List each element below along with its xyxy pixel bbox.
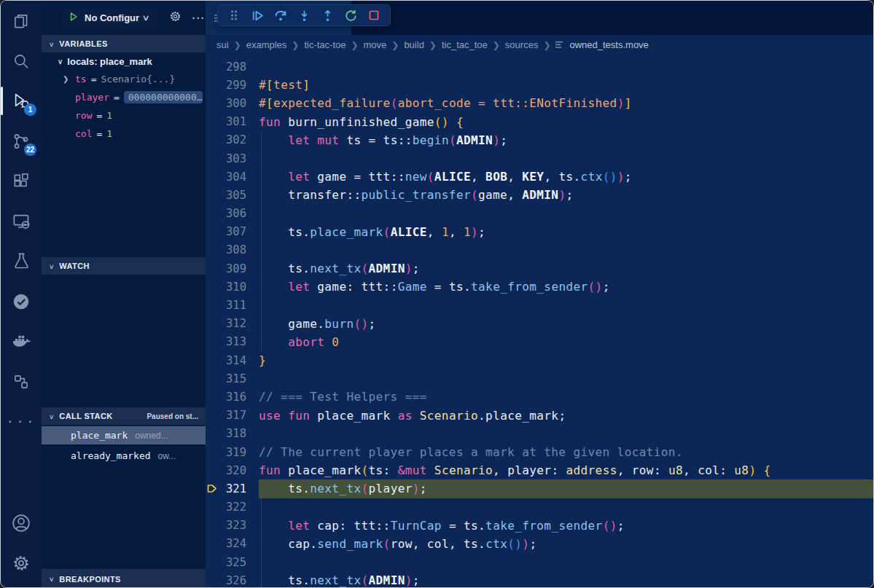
step-into-icon[interactable] xyxy=(294,6,314,25)
line-number[interactable]: 303 xyxy=(206,152,246,165)
code-line-302[interactable]: 302 let mut ts = ts::begin(ADMIN); xyxy=(206,131,873,149)
line-number[interactable]: 304 xyxy=(206,170,246,184)
code-line-313[interactable]: 313 abort 0 xyxy=(206,333,873,351)
chevron-right-icon[interactable]: ❯ xyxy=(63,75,75,83)
code-line-317[interactable]: 317use fun place_mark as Scenario.place_… xyxy=(206,407,873,425)
variables-scope[interactable]: ∨ locals: place_mark xyxy=(42,52,206,70)
code-line-298[interactable]: 298 xyxy=(206,58,873,76)
line-number[interactable]: 306 xyxy=(206,207,246,220)
code-line-305[interactable]: 305 transfer::public_transfer(game, ADMI… xyxy=(206,186,873,204)
start-debug-icon[interactable] xyxy=(69,12,79,25)
line-number[interactable]: 308 xyxy=(206,243,246,256)
views-more-icon[interactable]: ··· xyxy=(192,12,206,24)
variable-row-player[interactable]: player=000000000000… xyxy=(42,88,206,106)
code-line-320[interactable]: 320fun place_mark(ts: &mut Scenario, pla… xyxy=(206,461,873,479)
account-icon[interactable] xyxy=(1,503,42,543)
explorer-icon[interactable] xyxy=(1,1,42,41)
hierarchy-icon[interactable] xyxy=(1,361,42,401)
configure-gear-icon[interactable] xyxy=(168,9,182,26)
code-line-304[interactable]: 304 let game = ttt::new(ALICE, BOB, KEY,… xyxy=(206,168,873,186)
code-line-325[interactable]: 325 xyxy=(206,553,873,571)
line-number[interactable]: 318 xyxy=(206,427,246,440)
variable-row-col[interactable]: col=1 xyxy=(42,125,206,143)
line-number[interactable]: 319 xyxy=(206,446,246,459)
line-number[interactable]: 313 xyxy=(206,335,246,348)
code-line-323[interactable]: 323 let cap: ttt::TurnCap = ts.take_from… xyxy=(206,517,873,535)
code-line-314[interactable]: 314} xyxy=(206,351,873,369)
code-line-308[interactable]: 308 xyxy=(206,241,873,259)
code-line-316[interactable]: 316// === Test Helpers === xyxy=(206,388,873,406)
code-line-301[interactable]: 301fun burn_unfinished_game() { xyxy=(206,113,873,131)
code-line-324[interactable]: 324 cap.send_mark(row, col, ts.ctx()); xyxy=(206,535,873,553)
line-number[interactable]: 326 xyxy=(206,574,246,587)
more-icon[interactable]: · · · xyxy=(1,401,42,442)
line-number[interactable]: 320 xyxy=(206,464,246,477)
code-line-326[interactable]: 326 ts.next_tx(ADMIN); xyxy=(206,571,873,587)
line-number[interactable]: 310 xyxy=(206,281,246,294)
breadcrumb-item-examples[interactable]: examples xyxy=(246,39,287,50)
line-number[interactable]: 309 xyxy=(206,262,246,275)
line-number[interactable]: 315 xyxy=(206,372,246,385)
code-editor[interactable]: 298299#[test]300#[expected_failure(abort… xyxy=(206,55,873,587)
code-line-319[interactable]: 319// The current player places a mark a… xyxy=(206,443,873,461)
line-number[interactable]: 299 xyxy=(206,79,246,92)
code-line-318[interactable]: 318 xyxy=(206,425,873,443)
code-line-309[interactable]: 309 ts.next_tx(ADMIN); xyxy=(206,259,873,278)
step-over-icon[interactable] xyxy=(270,6,291,25)
code-line-322[interactable]: 322 xyxy=(206,498,873,517)
code-line-321[interactable]: 321 ts.next_tx(player); xyxy=(206,479,873,498)
line-number[interactable]: 324 xyxy=(206,537,246,550)
checkmark-icon[interactable] xyxy=(1,281,42,321)
extensions-icon[interactable] xyxy=(1,161,42,201)
stack-frame-already_marked[interactable]: already_markedow... xyxy=(42,447,206,465)
stop-icon[interactable] xyxy=(364,6,384,25)
code-line-306[interactable]: 306 xyxy=(206,205,873,223)
drag-grip-icon[interactable] xyxy=(224,6,244,25)
search-icon[interactable] xyxy=(1,41,42,81)
breadcrumb-item-tic_tac_toe[interactable]: tic_tac_toe xyxy=(442,39,488,50)
restart-icon[interactable] xyxy=(340,6,361,25)
line-number[interactable]: 298 xyxy=(206,60,246,74)
breadcrumb-item-sources[interactable]: sources xyxy=(505,39,539,50)
docker-icon[interactable] xyxy=(1,321,42,361)
variables-section-header[interactable]: ∨ VARIABLES xyxy=(42,35,206,52)
line-number[interactable]: 312 xyxy=(206,317,246,330)
variable-row-ts[interactable]: ❯ts=Scenario{...} xyxy=(42,70,206,88)
watch-section-header[interactable]: ∨ WATCH xyxy=(42,257,206,275)
line-number[interactable]: 317 xyxy=(206,409,246,422)
breakpoints-section-header[interactable]: ∨ BREAKPOINTS xyxy=(42,569,206,587)
line-number[interactable]: 323 xyxy=(206,519,246,532)
call-stack-section-header[interactable]: ∨ CALL STACK Paused on st... xyxy=(42,407,206,425)
step-out-icon[interactable] xyxy=(317,6,337,25)
stack-frame-place_mark[interactable]: place_markowned... xyxy=(42,426,206,444)
breadcrumb-item-owned_tests.move[interactable]: owned_tests.move xyxy=(555,39,648,50)
code-line-299[interactable]: 299#[test] xyxy=(206,76,873,94)
breadcrumb-item-tic-tac-toe[interactable]: tic-tac-toe xyxy=(304,39,346,50)
line-number[interactable]: 325 xyxy=(206,556,246,569)
continue-icon[interactable] xyxy=(247,6,268,25)
settings-gear-icon[interactable] xyxy=(1,543,42,583)
line-number[interactable]: 302 xyxy=(206,133,246,146)
testing-icon[interactable] xyxy=(1,241,42,281)
line-number[interactable]: 314 xyxy=(206,354,246,367)
line-number[interactable]: 316 xyxy=(206,391,246,404)
code-line-307[interactable]: 307 ts.place_mark(ALICE, 1, 1); xyxy=(206,223,873,241)
line-number[interactable]: 311 xyxy=(206,299,246,312)
code-line-300[interactable]: 300#[expected_failure(abort_code = ttt::… xyxy=(206,94,873,112)
debug-config-dropdown[interactable]: No Configur ∨ xyxy=(63,7,158,29)
variable-row-row[interactable]: row=1 xyxy=(42,106,206,125)
line-number[interactable]: 300 xyxy=(206,97,246,110)
breadcrumb-item-build[interactable]: build xyxy=(404,39,424,50)
line-number[interactable]: 322 xyxy=(206,501,246,514)
breadcrumb-item-move[interactable]: move xyxy=(364,39,387,50)
breadcrumb-item-sui[interactable]: sui xyxy=(216,39,229,50)
remote-explorer-icon[interactable] xyxy=(1,201,42,241)
code-line-315[interactable]: 315 xyxy=(206,369,873,388)
line-number[interactable]: 307 xyxy=(206,225,246,238)
code-line-312[interactable]: 312 game.burn(); xyxy=(206,315,873,333)
code-line-311[interactable]: 311 xyxy=(206,296,873,314)
source-control-icon[interactable]: 22 xyxy=(1,121,42,161)
line-number[interactable]: 305 xyxy=(206,189,246,202)
run-and-debug-icon[interactable]: 1 xyxy=(1,81,42,121)
code-line-303[interactable]: 303 xyxy=(206,149,873,168)
